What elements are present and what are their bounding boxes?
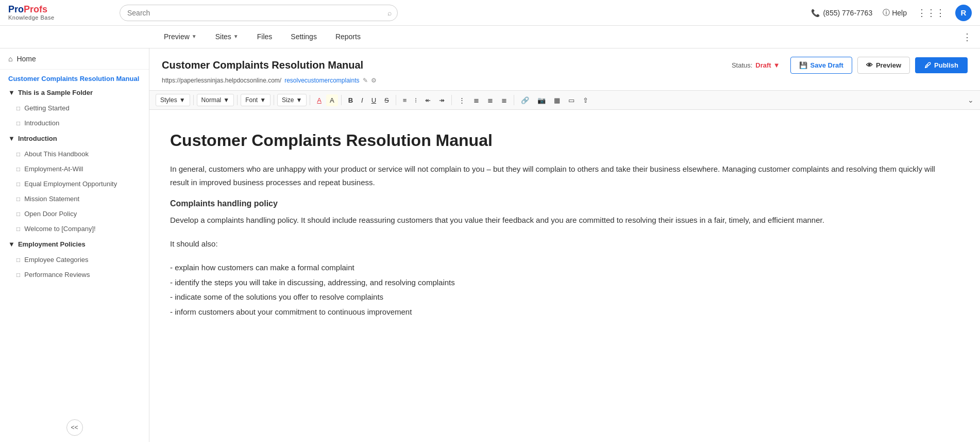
nav-preview[interactable]: Preview ▼ bbox=[155, 26, 206, 48]
doc-icon: □ bbox=[16, 271, 20, 279]
status-draft[interactable]: Draft ▼ bbox=[755, 61, 780, 69]
article-title: Customer Complaints Resolution Manual bbox=[162, 59, 363, 71]
settings-icon[interactable]: ⚙ bbox=[371, 77, 377, 84]
sidebar-manual-title[interactable]: Customer Complaints Resolution Manual bbox=[0, 70, 149, 85]
list-item: - indicate some of the solutions you off… bbox=[170, 290, 949, 305]
url-slug[interactable]: resolvecustomercomplaints bbox=[284, 77, 359, 84]
publish-icon: 🖊 bbox=[924, 61, 931, 69]
sidebar-item-about[interactable]: □ About This Handbook bbox=[0, 146, 149, 161]
doc-section-title: Complaints handling policy bbox=[170, 199, 949, 208]
publish-button[interactable]: 🖊 Publish bbox=[915, 57, 968, 73]
chevron-down-icon: ▼ bbox=[223, 96, 229, 104]
bold-button[interactable]: B bbox=[345, 94, 357, 106]
sidebar-item-open-door[interactable]: □ Open Door Policy bbox=[0, 206, 149, 221]
list-item: - explain how customers can make a forma… bbox=[170, 260, 949, 275]
italic-button[interactable]: I bbox=[358, 94, 367, 106]
sidebar-item-performance-reviews[interactable]: □ Performance Reviews bbox=[0, 267, 149, 282]
toolbar-expand-icon[interactable]: ⌄ bbox=[968, 96, 974, 104]
sidebar-item-equal-employment[interactable]: □ Equal Employment Opportunity bbox=[0, 176, 149, 191]
doc-heading: Customer Complaints Resolution Manual bbox=[170, 130, 949, 150]
font-color-button[interactable]: A bbox=[313, 94, 325, 106]
size-select[interactable]: Size ▼ bbox=[277, 94, 307, 106]
sidebar-item-employee-categories[interactable]: □ Employee Categories bbox=[0, 252, 149, 267]
more-options-icon[interactable]: ⋮ bbox=[962, 31, 980, 43]
sidebar-folder-employment-policies[interactable]: ▼ Employment Policies bbox=[0, 236, 149, 252]
unordered-list-button[interactable]: ⁝ bbox=[411, 94, 420, 106]
embed-button[interactable]: ▭ bbox=[565, 94, 578, 106]
doc-icon: □ bbox=[16, 195, 20, 203]
doc-icon: □ bbox=[16, 181, 20, 188]
align-left-button[interactable]: ⋮ bbox=[455, 94, 469, 106]
help-label: Help bbox=[892, 9, 907, 17]
table-button[interactable]: ▦ bbox=[550, 94, 564, 106]
strikethrough-button[interactable]: S bbox=[381, 94, 393, 106]
home-label: Home bbox=[16, 55, 36, 63]
link-button[interactable]: 🔗 bbox=[517, 94, 533, 106]
sidebar-item-mission[interactable]: □ Mission Statement bbox=[0, 191, 149, 206]
help-area[interactable]: ⓘ Help bbox=[883, 8, 907, 18]
sidebar-item-getting-started[interactable]: □ Getting Started bbox=[0, 101, 149, 116]
search-input[interactable] bbox=[120, 5, 398, 21]
sidebar-item-welcome[interactable]: □ Welcome to [Company]! bbox=[0, 221, 149, 236]
nav-reports[interactable]: Reports bbox=[326, 26, 370, 48]
doc-icon: □ bbox=[16, 256, 20, 264]
edit-icon[interactable]: ✎ bbox=[363, 77, 368, 84]
normal-select[interactable]: Normal ▼ bbox=[197, 94, 234, 106]
chevron-down-icon: ▼ bbox=[233, 34, 239, 39]
font-select[interactable]: Font ▼ bbox=[241, 94, 271, 106]
doc-list: - explain how customers can make a forma… bbox=[170, 260, 949, 319]
status-label: Status: bbox=[732, 61, 752, 69]
upload-button[interactable]: ⇧ bbox=[579, 94, 592, 106]
indent-button[interactable]: ↠ bbox=[435, 94, 448, 106]
editor-content[interactable]: Customer Complaints Resolution Manual In… bbox=[149, 110, 980, 442]
highlight-button[interactable]: A bbox=[326, 94, 338, 106]
toolbar-separator bbox=[514, 95, 514, 105]
chevron-down-icon: ▼ bbox=[8, 135, 15, 142]
nav-settings[interactable]: Settings bbox=[281, 26, 326, 48]
logo: ProProfs Knowledge Base bbox=[8, 5, 55, 21]
save-draft-button[interactable]: 💾 Save Draft bbox=[790, 57, 852, 74]
doc-icon: □ bbox=[16, 225, 20, 233]
sidebar-home[interactable]: ⌂ Home bbox=[0, 48, 149, 70]
doc-paragraph-1: In general, customers who are unhappy wi… bbox=[170, 162, 949, 189]
doc-paragraph-2: Develop a complaints handling policy. It… bbox=[170, 214, 949, 227]
toolbar-separator bbox=[341, 95, 342, 105]
avatar[interactable]: R bbox=[955, 5, 972, 21]
toolbar-separator bbox=[274, 95, 274, 105]
doc-icon: □ bbox=[16, 210, 20, 218]
url-base: https://paperlessninjas.helpdocsonline.c… bbox=[162, 77, 281, 84]
chevron-down-icon: ▼ bbox=[773, 61, 780, 69]
main-layout: ⌂ Home Customer Complaints Resolution Ma… bbox=[0, 48, 980, 442]
align-right-button[interactable]: ≣ bbox=[484, 94, 497, 106]
article-url: https://paperlessninjas.helpdocsonline.c… bbox=[162, 77, 968, 84]
home-icon: ⌂ bbox=[8, 55, 12, 63]
nav-sites[interactable]: Sites ▼ bbox=[206, 26, 248, 48]
toolbar-separator bbox=[396, 95, 396, 105]
top-right: 📞 (855) 776-7763 ⓘ Help ⋮⋮⋮ R bbox=[811, 5, 972, 21]
collapse-sidebar-button[interactable]: << bbox=[66, 419, 83, 436]
styles-select[interactable]: Styles ▼ bbox=[156, 94, 190, 106]
nav-files[interactable]: Files bbox=[248, 26, 282, 48]
ordered-list-button[interactable]: ≡ bbox=[399, 94, 411, 106]
doc-icon: □ bbox=[16, 105, 20, 112]
underline-button[interactable]: U bbox=[368, 94, 380, 106]
sidebar-folder-introduction[interactable]: ▼ Introduction bbox=[0, 130, 149, 146]
save-icon: 💾 bbox=[799, 61, 807, 69]
grid-icon[interactable]: ⋮⋮⋮ bbox=[917, 7, 945, 19]
chevron-down-icon: ▼ bbox=[8, 89, 15, 96]
search-bar: ⌕ bbox=[120, 5, 398, 21]
align-center-button[interactable]: ≣ bbox=[470, 94, 483, 106]
help-icon: ⓘ bbox=[883, 8, 890, 18]
logo-proprofs: ProProfs bbox=[8, 5, 55, 15]
sidebar-item-employment-at-will[interactable]: □ Employment-At-Will bbox=[0, 161, 149, 176]
content-area: Customer Complaints Resolution Manual St… bbox=[149, 48, 980, 442]
align-justify-button[interactable]: ≣ bbox=[498, 94, 511, 106]
image-button[interactable]: 📷 bbox=[534, 94, 549, 106]
sidebar-item-introduction-1[interactable]: □ Introduction bbox=[0, 116, 149, 130]
outdent-button[interactable]: ↞ bbox=[421, 94, 434, 106]
preview-button[interactable]: 👁 Preview bbox=[857, 57, 910, 74]
sidebar-folder-sample[interactable]: ▼ This is a Sample Folder bbox=[0, 85, 149, 101]
toolbar-separator bbox=[193, 95, 194, 105]
top-bar: ProProfs Knowledge Base ⌕ 📞 (855) 776-77… bbox=[0, 0, 980, 26]
phone-area[interactable]: 📞 (855) 776-7763 bbox=[811, 9, 872, 17]
